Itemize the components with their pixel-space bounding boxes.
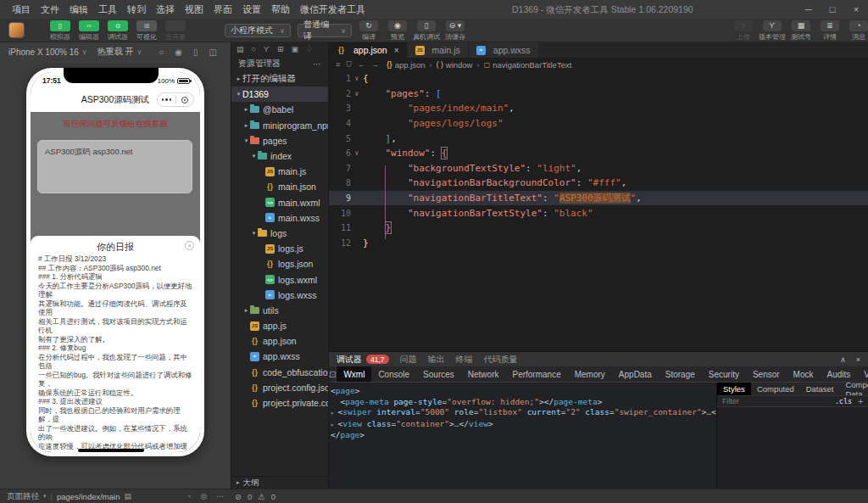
home-icon[interactable]: [176, 97, 194, 103]
tree-item-project.config.json[interactable]: {}project.config.json: [231, 380, 328, 395]
search-icon[interactable]: ○: [252, 45, 256, 53]
menu-item[interactable]: 转到: [122, 3, 151, 16]
breadcrumb-item-window[interactable]: ( )window: [437, 60, 473, 70]
maximize-button[interactable]: □: [821, 0, 844, 19]
清缓存-button[interactable]: ⊖ ▾清缓存: [441, 19, 470, 42]
devtools-tab-Sensor[interactable]: Sensor: [746, 366, 787, 382]
menu-item[interactable]: 界面: [209, 3, 237, 16]
tree-item-D1369[interactable]: ▾D1369: [231, 87, 328, 102]
toggle-可视化-button[interactable]: ⊞可视化: [132, 19, 161, 42]
tree-chevron-icon[interactable]: ▸: [242, 122, 250, 129]
devtools-tab-Security[interactable]: Security: [702, 366, 746, 382]
menu-item[interactable]: 编辑: [64, 3, 93, 16]
wxml-node[interactable]: <page-meta page-style="overflow: hidden;…: [331, 397, 715, 408]
hot-reload-toggle[interactable]: 热重载 开 ∨: [94, 46, 146, 58]
editor-tab-app.json[interactable]: {}app.json×: [329, 42, 408, 58]
tree-item-main.js[interactable]: JSmain.js: [231, 164, 328, 179]
tree-item-打开的编辑器[interactable]: ▸打开的编辑器: [231, 71, 328, 87]
devtools-tab-Mock[interactable]: Mock: [787, 366, 821, 382]
editor-tab-app.wxss[interactable]: ≈app.wxss: [469, 42, 539, 58]
menu-item[interactable]: 项目: [7, 3, 36, 16]
tree-chevron-icon[interactable]: ▸: [242, 106, 250, 113]
devtools-tab-AppData[interactable]: AppData: [612, 366, 659, 382]
filter-input[interactable]: Filter: [722, 397, 739, 405]
devtools-tab-Sources[interactable]: Sources: [416, 366, 461, 382]
wxml-tree[interactable]: <page> <page-meta page-style="overflow: …: [329, 383, 716, 489]
devtools-tab-Storage[interactable]: Storage: [659, 366, 702, 382]
compile-mode-select[interactable]: 普通编译 ∨: [298, 24, 352, 37]
tree-item-code_obfuscation_conf...[interactable]: {}code_obfuscation_conf...: [231, 365, 328, 380]
debugger-tab-输出[interactable]: 输出: [428, 354, 445, 366]
breadcrumb-nav-icon[interactable]: ←: [358, 60, 365, 70]
版本管理-button[interactable]: Ƴ版本管理: [758, 19, 787, 42]
rotate-icon[interactable]: ○: [159, 48, 164, 57]
breadcrumb-item-app.json[interactable]: {}app.json: [387, 60, 426, 70]
more-icon[interactable]: ⋯: [216, 492, 224, 500]
device-frame-icon[interactable]: ▯: [193, 48, 198, 57]
source-input-card[interactable]: ASP300源码 asp300.net: [37, 140, 192, 193]
close-button[interactable]: ×: [844, 0, 868, 19]
styles-tab-Computed[interactable]: Computed: [751, 383, 800, 395]
tree-chevron-icon[interactable]: ▾: [235, 91, 242, 98]
capsule-menu[interactable]: [157, 92, 194, 107]
测试号-button[interactable]: ▦测试号: [787, 19, 815, 42]
record-icon[interactable]: ◉: [175, 48, 182, 57]
toggle-编辑器-button[interactable]: ‹›编辑器: [75, 19, 103, 42]
devtools-tab-Performance[interactable]: Performance: [505, 366, 567, 382]
close-icon[interactable]: ×: [394, 46, 399, 55]
eye-icon[interactable]: ◎: [200, 492, 207, 500]
tree-item-pages[interactable]: ▾pages: [231, 133, 328, 148]
消息-button[interactable]: ◔消息: [844, 19, 868, 42]
tree-item-utils[interactable]: ▸utils: [231, 303, 328, 318]
editor-tab-main.js[interactable]: JSmain.js: [408, 42, 469, 58]
styles-tab-Component Data[interactable]: Component Data: [839, 383, 868, 395]
window-icon[interactable]: ▫: [188, 492, 191, 500]
cls-toggle-button[interactable]: .cls: [835, 397, 852, 405]
devtools-tab-Memory[interactable]: Memory: [568, 366, 612, 382]
grid-icon[interactable]: ⊞: [277, 45, 284, 53]
debugger-tab-调试器[interactable]: 调试器41,7: [337, 354, 389, 366]
fold-arrow-icon[interactable]: ∨: [351, 75, 363, 82]
tree-item-miniprogram_npm[interactable]: ▸miniprogram_npm: [231, 118, 328, 133]
avatar[interactable]: [8, 22, 25, 38]
tree-chevron-icon[interactable]: ▾: [242, 137, 250, 144]
tree-item-logs.js[interactable]: JSlogs.js: [231, 241, 328, 256]
toggle-模拟器-button[interactable]: ▯模拟器: [46, 19, 75, 42]
真机调试-button[interactable]: ▯真机调试: [412, 19, 441, 42]
tree-item-main.wxml[interactable]: <>main.wxml: [231, 195, 328, 210]
more-icon[interactable]: [158, 98, 175, 101]
device-select[interactable]: iPhone X 100% 16 ∨: [5, 48, 91, 57]
tree-item-@babel[interactable]: ▸@babel: [231, 102, 328, 117]
styles-tab-Styles[interactable]: Styles: [717, 383, 751, 395]
inspect-element-icon[interactable]: ⊡: [329, 366, 337, 382]
copy-icon[interactable]: ▤: [124, 492, 131, 500]
breadcrumb-item-navigationBarTitleText[interactable]: ▢navigationBarTitleText: [484, 60, 572, 70]
menu-item[interactable]: 设置: [237, 3, 266, 16]
wxml-node[interactable]: <page>: [331, 386, 715, 397]
close-icon[interactable]: ×: [856, 355, 860, 364]
code-editor[interactable]: 1∨{2∨ "pages": [3 "pages/index/main",4 "…: [329, 71, 868, 351]
tree-item-logs[interactable]: ▾logs: [231, 226, 328, 241]
wxml-node[interactable]: </page>: [331, 430, 715, 441]
source-control-icon[interactable]: Ƴ: [264, 45, 270, 53]
multi-window-icon[interactable]: ◫: [209, 48, 217, 57]
debugger-tab-代码质量[interactable]: 代码质量: [484, 354, 518, 366]
预览-button[interactable]: ◉预览: [383, 19, 412, 42]
devtools-tab-Wxml[interactable]: Wxml: [337, 366, 371, 382]
tree-item-app.wxss[interactable]: ≈app.wxss: [231, 349, 328, 364]
more-icon[interactable]: ⋯: [313, 59, 321, 69]
devtools-tab-Console[interactable]: Console: [371, 366, 416, 382]
add-style-button[interactable]: +: [858, 397, 863, 406]
styles-tab-Dataset[interactable]: Dataset: [800, 383, 840, 395]
outline-section[interactable]: ▸ 大纲: [231, 476, 328, 489]
详情-button[interactable]: ≣详情: [815, 19, 844, 42]
minimize-button[interactable]: ─: [797, 0, 821, 19]
tree-item-app.js[interactable]: JSapp.js: [231, 318, 328, 333]
menu-item[interactable]: 选择: [151, 3, 180, 16]
debugger-tab-问题[interactable]: 问题: [400, 354, 417, 366]
tree-item-project.private.config.js...[interactable]: {}project.private.config.js...: [231, 395, 328, 411]
tree-chevron-icon[interactable]: ▾: [250, 230, 258, 237]
tree-item-logs.wxss[interactable]: ≈logs.wxss: [231, 288, 328, 303]
tree-item-main.json[interactable]: {}main.json: [231, 179, 328, 194]
tree-item-logs.wxml[interactable]: <>logs.wxml: [231, 271, 328, 287]
